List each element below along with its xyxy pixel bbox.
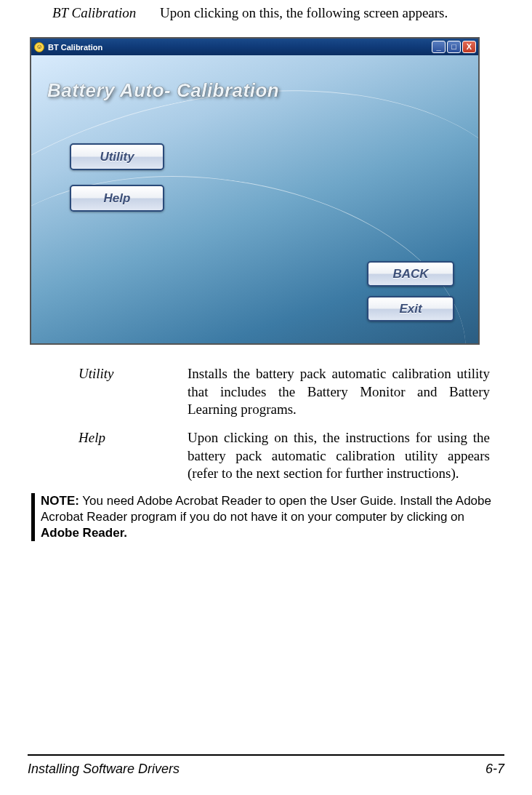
- close-button[interactable]: X: [462, 41, 476, 53]
- help-definition: Upon clicking on this, the instructions …: [188, 429, 490, 483]
- utility-definition: Installs the battery pack automatic cali…: [188, 365, 490, 419]
- note-body: You need Adobe Acrobat Reader to open th…: [41, 494, 491, 524]
- note-label: NOTE:: [41, 494, 79, 508]
- note-block: NOTE: You need Adobe Acrobat Reader to o…: [31, 493, 491, 541]
- utility-term: Utility: [78, 365, 188, 419]
- maximize-button[interactable]: □: [447, 41, 461, 53]
- bt-calibration-window: ☺ BT Calibration _ □ X Battery Auto- Cal…: [30, 37, 480, 345]
- window-title: BT Calibration: [48, 43, 102, 52]
- back-button[interactable]: BACK: [367, 261, 454, 287]
- help-term: Help: [78, 429, 188, 483]
- minimize-button[interactable]: _: [432, 41, 446, 53]
- lead-desc: Upon clicking on this, the following scr…: [160, 5, 504, 21]
- utility-button[interactable]: Utility: [70, 143, 164, 170]
- app-heading: Battery Auto- Calibration: [47, 79, 279, 102]
- footer-page-number: 6-7: [485, 762, 504, 777]
- titlebar: ☺ BT Calibration _ □ X: [31, 39, 478, 55]
- footer-left: Installing Software Drivers: [28, 762, 180, 777]
- help-button[interactable]: Help: [70, 185, 164, 212]
- exit-button[interactable]: Exit: [367, 296, 454, 321]
- note-strong: Adobe Reader.: [41, 526, 127, 540]
- lead-term: BT Calibration: [52, 5, 160, 21]
- app-smiley-icon: ☺: [34, 42, 44, 52]
